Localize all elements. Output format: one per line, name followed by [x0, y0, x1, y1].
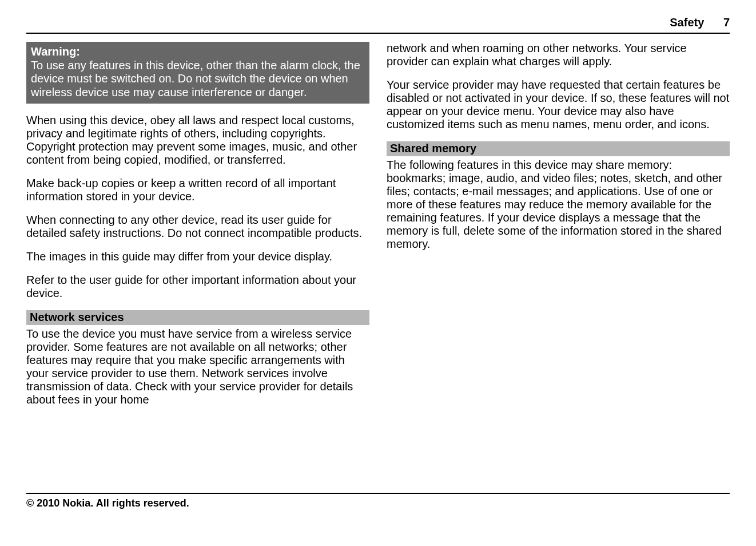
page-footer: © 2010 Nokia. All rights reserved. [26, 493, 730, 509]
warning-box: Warning: To use any features in this dev… [26, 42, 369, 104]
paragraph: To use the device you must have service … [26, 327, 369, 406]
page-header: Safety 7 [26, 16, 730, 34]
paragraph: Refer to the user guide for other import… [26, 274, 369, 300]
content-columns: Warning: To use any features in this dev… [26, 42, 730, 487]
warning-title: Warning: [31, 45, 365, 58]
paragraph: When using this device, obey all laws an… [26, 114, 369, 167]
section-heading-network-services: Network services [26, 310, 369, 325]
section-heading-shared-memory: Shared memory [387, 141, 730, 156]
warning-body: To use any features in this device, othe… [31, 59, 360, 98]
paragraph: Your service provider may have requested… [387, 78, 730, 131]
column-right: network and when roaming on other networ… [387, 42, 730, 487]
paragraph: The following features in this device ma… [387, 159, 730, 251]
paragraph: The images in this guide may differ from… [26, 250, 369, 263]
column-left: Warning: To use any features in this dev… [26, 42, 369, 487]
header-section-title: Safety [670, 16, 704, 29]
paragraph: Make back-up copies or keep a written re… [26, 177, 369, 203]
paragraph: When connecting to any other device, rea… [26, 213, 369, 240]
paragraph: network and when roaming on other networ… [387, 42, 730, 68]
page-number: 7 [723, 16, 730, 29]
